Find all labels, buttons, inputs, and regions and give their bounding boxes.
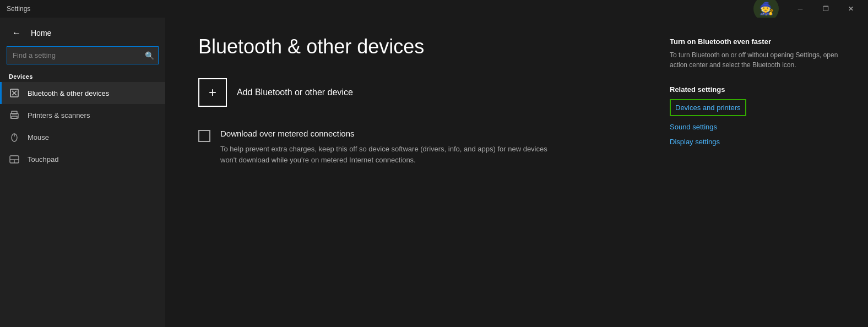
sidebar-item-touchpad[interactable]: Touchpad <box>0 148 165 170</box>
sidebar-home-label: Home <box>31 29 51 37</box>
svg-rect-5 <box>12 116 17 118</box>
tip-title: Turn on Bluetooth even faster <box>670 37 846 46</box>
sidebar: ← Home 🔍 Devices Bluetooth & other devic… <box>0 18 165 327</box>
title-bar: Settings 🧙 ─ ❐ ✕ <box>0 0 868 18</box>
mouse-label: Mouse <box>28 133 49 141</box>
sidebar-item-bluetooth[interactable]: Bluetooth & other devices <box>0 82 165 104</box>
tip-text: To turn Bluetooth on or off without open… <box>670 50 846 70</box>
section-label: Devices <box>0 69 165 82</box>
page-title: Bluetooth & other devices <box>198 35 648 58</box>
add-device-button[interactable]: + Add Bluetooth or other device <box>198 76 648 109</box>
bluetooth-label: Bluetooth & other devices <box>28 89 109 97</box>
sound-settings-link[interactable]: Sound settings <box>670 123 846 131</box>
bluetooth-icon <box>9 88 20 99</box>
search-box: 🔍 <box>7 46 159 64</box>
search-icon[interactable]: 🔍 <box>145 51 154 60</box>
content-right: Turn on Bluetooth even faster To turn Bl… <box>670 35 846 309</box>
related-settings-label: Related settings <box>670 85 846 94</box>
download-checkbox[interactable] <box>198 130 210 142</box>
maximize-button[interactable]: ❐ <box>813 0 838 18</box>
sidebar-item-printers[interactable]: Printers & scanners <box>0 104 165 126</box>
plus-icon: + <box>198 78 227 107</box>
content-left: Bluetooth & other devices + Add Bluetoot… <box>198 35 648 309</box>
printer-icon <box>9 110 20 121</box>
back-button[interactable]: ← <box>9 25 24 41</box>
printers-label: Printers & scanners <box>28 111 90 119</box>
minimize-button[interactable]: ─ <box>788 0 813 18</box>
devices-printers-link[interactable]: Devices and printers <box>670 99 746 116</box>
touchpad-icon <box>9 154 20 165</box>
sidebar-item-mouse[interactable]: Mouse <box>0 126 165 148</box>
title-bar-left: Settings <box>0 5 30 13</box>
close-button[interactable]: ✕ <box>838 0 864 18</box>
add-device-label: Add Bluetooth or other device <box>237 88 353 97</box>
display-settings-link[interactable]: Display settings <box>670 138 846 146</box>
main-content: Bluetooth & other devices + Add Bluetoot… <box>165 18 868 327</box>
download-desc: To help prevent extra charges, keep this… <box>220 144 551 166</box>
mouse-icon <box>9 132 20 143</box>
download-text-block: Download over metered connections To hel… <box>220 129 551 166</box>
search-input[interactable] <box>7 46 159 64</box>
settings-title: Settings <box>7 5 30 13</box>
app-body: ← Home 🔍 Devices Bluetooth & other devic… <box>0 18 868 327</box>
touchpad-label: Touchpad <box>28 155 58 164</box>
sidebar-header: ← Home <box>0 18 165 46</box>
download-section: Download over metered connections To hel… <box>198 129 648 166</box>
download-title: Download over metered connections <box>220 129 551 138</box>
